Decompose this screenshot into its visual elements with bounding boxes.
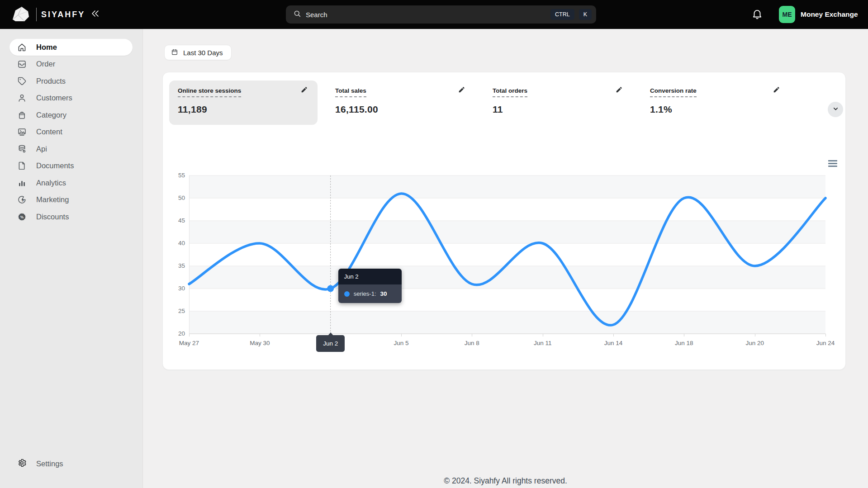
date-range-label: Last 30 Days bbox=[183, 49, 223, 57]
y-axis-tick-label: 45 bbox=[165, 217, 185, 224]
y-axis-tick-label: 50 bbox=[165, 194, 185, 201]
topbar: SIYAHFY CTRL K ME Money Exchange bbox=[0, 0, 868, 29]
customers-icon bbox=[17, 93, 27, 103]
pencil-icon bbox=[300, 88, 308, 95]
x-axis-tick bbox=[613, 334, 614, 336]
x-axis-tick bbox=[684, 334, 684, 336]
stat-value: 11,189 bbox=[178, 104, 309, 115]
sidebar-item-label: Discounts bbox=[36, 213, 69, 221]
x-axis-tick-label: Jun 18 bbox=[664, 340, 704, 346]
y-axis-tick-label: 35 bbox=[165, 262, 185, 269]
stat-label: Total orders bbox=[493, 87, 527, 97]
sidebar-item-label: Category bbox=[36, 111, 66, 119]
x-axis-tick-label: May 30 bbox=[239, 340, 280, 346]
brand-name: SIYAHFY bbox=[41, 10, 85, 19]
x-axis-tick-label: Jun 20 bbox=[735, 340, 775, 346]
sidebar-item-label: Content bbox=[36, 128, 62, 136]
sidebar-nav-list: HomeOrderProductsCustomersCategoryConten… bbox=[0, 39, 142, 225]
edit-stat-button[interactable] bbox=[612, 84, 625, 97]
bell-icon bbox=[751, 15, 763, 22]
shortcut-ctrl-key: CTRL bbox=[550, 9, 574, 20]
pencil-icon bbox=[458, 88, 465, 95]
sidebar-item-label: Documents bbox=[36, 161, 74, 170]
category-icon bbox=[17, 110, 27, 120]
sessions-line-chart[interactable] bbox=[189, 175, 825, 334]
api-icon bbox=[17, 144, 27, 154]
sidebar-item-label: Order bbox=[36, 60, 55, 68]
order-icon bbox=[17, 59, 27, 69]
xaxis-tooltip: Jun 2 bbox=[316, 335, 345, 352]
sidebar-collapse-button[interactable] bbox=[89, 7, 102, 21]
avatar[interactable]: ME bbox=[779, 6, 795, 23]
sidebar-item-documents[interactable]: Documents bbox=[0, 157, 142, 175]
sidebar-item-products[interactable]: Products bbox=[0, 73, 142, 90]
stat-card-online-store-sessions[interactable]: Online store sessions11,189 bbox=[169, 81, 318, 125]
tooltip-series-label: series-1: bbox=[354, 290, 376, 297]
stat-label: Total sales bbox=[335, 87, 366, 97]
stat-value: 16,115.00 bbox=[335, 104, 467, 115]
sidebar-item-discounts[interactable]: %Discounts bbox=[0, 208, 142, 226]
search-input[interactable] bbox=[306, 11, 546, 19]
sidebar-item-order[interactable]: Order bbox=[0, 56, 142, 73]
xaxis-tooltip-label: Jun 2 bbox=[323, 340, 338, 347]
logo-rock-icon bbox=[9, 4, 32, 25]
sidebar-item-label: Customers bbox=[36, 94, 72, 102]
tooltip-value: 30 bbox=[380, 290, 387, 297]
pencil-icon bbox=[773, 88, 780, 95]
hamburger-menu-icon bbox=[828, 160, 837, 161]
logo[interactable]: SIYAHFY bbox=[9, 4, 85, 25]
search-icon bbox=[293, 9, 301, 19]
documents-icon bbox=[17, 161, 27, 171]
edit-stat-button[interactable] bbox=[455, 84, 468, 97]
chart-tooltip: Jun 2 series-1: 30 bbox=[338, 269, 402, 303]
sidebar-item-label: Marketing bbox=[36, 195, 69, 204]
sidebar-item-label: Home bbox=[36, 43, 57, 52]
edit-stat-button[interactable] bbox=[298, 84, 310, 97]
stat-card-total-orders[interactable]: Total orders11 bbox=[484, 81, 632, 125]
y-axis-tick-label: 55 bbox=[165, 172, 185, 179]
y-axis-tick-label: 25 bbox=[165, 308, 185, 314]
x-axis-tick-label: Jun 14 bbox=[593, 340, 634, 346]
sidebar-item-content[interactable]: Content bbox=[0, 123, 142, 141]
double-chevron-left-icon bbox=[90, 14, 101, 20]
sidebar-item-customers[interactable]: Customers bbox=[0, 90, 142, 107]
sidebar-item-label: Analytics bbox=[36, 179, 66, 187]
notifications-button[interactable] bbox=[749, 6, 765, 23]
x-axis-tick bbox=[543, 334, 543, 336]
sidebar-item-settings[interactable]: Settings bbox=[0, 455, 142, 472]
sidebar-item-marketing[interactable]: $Marketing bbox=[0, 191, 142, 208]
sidebar-item-home[interactable]: Home bbox=[9, 39, 133, 56]
x-axis-tick-label: Jun 24 bbox=[805, 340, 846, 346]
sidebar-item-label: Settings bbox=[36, 460, 63, 468]
logo-divider bbox=[36, 8, 37, 21]
stat-label: Online store sessions bbox=[178, 87, 241, 97]
x-axis-tick-label: Jun 11 bbox=[522, 340, 563, 346]
sidebar-item-analytics[interactable]: Analytics bbox=[0, 175, 142, 192]
date-range-button[interactable]: Last 30 Days bbox=[164, 45, 232, 60]
shortcut-k-key: K bbox=[579, 9, 592, 20]
edit-stat-button[interactable] bbox=[770, 84, 783, 97]
x-axis-tick bbox=[472, 334, 472, 336]
x-axis-tick bbox=[260, 334, 260, 336]
stat-card-total-sales[interactable]: Total sales16,115.00 bbox=[327, 81, 475, 125]
sidebar-item-category[interactable]: Category bbox=[0, 107, 142, 124]
x-axis-tick bbox=[401, 334, 402, 336]
stats-collapse-button[interactable] bbox=[828, 102, 843, 117]
dashboard-card: Online store sessions11,189Total sales16… bbox=[162, 72, 846, 370]
y-axis-tick-label: 30 bbox=[165, 285, 185, 292]
sidebar-item-api[interactable]: Api bbox=[0, 141, 142, 158]
search-bar[interactable]: CTRL K bbox=[286, 5, 596, 24]
stat-value: 1.1% bbox=[650, 104, 782, 115]
x-axis-tick bbox=[189, 334, 190, 336]
account-name[interactable]: Money Exchange bbox=[801, 10, 858, 19]
y-axis-tick-label: 20 bbox=[165, 330, 185, 337]
stat-value: 11 bbox=[493, 104, 624, 115]
home-icon bbox=[17, 43, 27, 52]
analytics-icon bbox=[17, 178, 27, 188]
x-axis-tick bbox=[755, 334, 755, 336]
stat-label: Conversion rate bbox=[650, 87, 697, 97]
chart-menu-button[interactable] bbox=[826, 156, 840, 167]
stat-card-conversion-rate[interactable]: Conversion rate1.1% bbox=[641, 81, 790, 125]
x-axis-tick bbox=[825, 334, 826, 336]
chevron-down-icon bbox=[832, 105, 839, 114]
